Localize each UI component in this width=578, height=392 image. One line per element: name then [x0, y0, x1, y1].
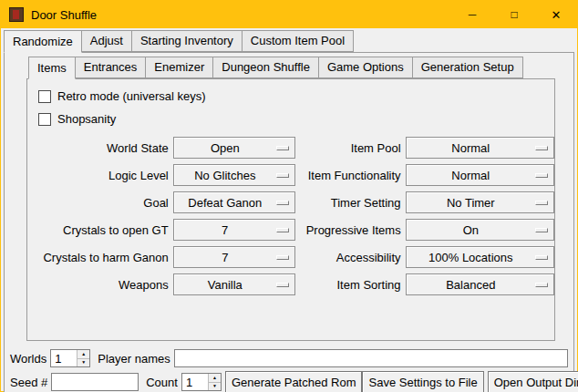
- item-sorting-dropdown[interactable]: Balanced: [406, 273, 554, 295]
- dropdown-indicator-icon: [535, 228, 548, 232]
- dropdown-indicator-icon: [535, 283, 548, 287]
- goal-label: Goal: [35, 196, 169, 210]
- spin-buttons: ▲ ▼: [208, 374, 221, 390]
- crystals-harm-ganon-label: Crystals to harm Ganon: [35, 251, 169, 264]
- player-names-input[interactable]: [174, 349, 568, 367]
- shopsanity-checkbox[interactable]: Shopsanity: [38, 108, 554, 130]
- worlds-spin-up-button[interactable]: ▲: [77, 350, 89, 359]
- item-pool-label: Item Pool: [306, 141, 401, 155]
- progressive-items-label: Progressive Items: [306, 223, 401, 237]
- settings-row: Goal Defeat Ganon Timer Setting No Timer: [35, 189, 554, 216]
- items-panel: Retro mode (universal keys) Shopsanity W…: [26, 78, 555, 341]
- settings-row: Logic Level No Glitches Item Functionali…: [35, 161, 554, 189]
- app-icon: [9, 7, 24, 22]
- worlds-input[interactable]: [51, 350, 77, 366]
- save-settings-button[interactable]: Save Settings to File: [362, 371, 483, 392]
- item-pool-dropdown[interactable]: Normal: [406, 137, 554, 159]
- accessibility-label: Accessibility: [306, 251, 401, 264]
- dropdown-indicator-icon: [276, 283, 289, 287]
- checkbox-icon[interactable]: [38, 113, 51, 126]
- maximize-button[interactable]: □: [493, 1, 535, 28]
- dropdown-indicator-icon: [535, 146, 548, 150]
- tab-entrances[interactable]: Entrances: [75, 57, 147, 78]
- count-label: Count: [146, 376, 178, 389]
- count-spin-up-button[interactable]: ▲: [209, 374, 221, 383]
- accessibility-dropdown[interactable]: 100% Locations: [406, 246, 554, 268]
- randomize-panel: Items Entrances Enemizer Dungeon Shuffle…: [4, 52, 574, 392]
- world-state-dropdown[interactable]: Open: [173, 137, 295, 159]
- close-button[interactable]: ✕: [535, 1, 577, 28]
- close-icon: ✕: [552, 8, 562, 22]
- spin-up-icon: ▲: [81, 352, 86, 356]
- dropdown-indicator-icon: [276, 146, 289, 150]
- seed-input[interactable]: [51, 373, 139, 391]
- main-tabbar: Randomize Adjust Starting Inventory Cust…: [4, 30, 577, 52]
- settings-grid: World State Open Item Pool Normal Logic …: [35, 134, 554, 298]
- settings-row: Weapons Vanilla Item Sorting Balanced: [35, 271, 554, 298]
- dropdown-indicator-icon: [276, 173, 289, 178]
- goal-dropdown[interactable]: Defeat Ganon: [173, 191, 295, 213]
- spin-down-icon: ▼: [212, 384, 217, 388]
- logic-level-label: Logic Level: [35, 169, 169, 182]
- worlds-row: Worlds ▲ ▼ Player names: [10, 347, 568, 369]
- checkbox-icon[interactable]: [38, 90, 51, 103]
- tab-game-options[interactable]: Game Options: [318, 57, 413, 78]
- weapons-dropdown[interactable]: Vanilla: [173, 273, 295, 295]
- dropdown-indicator-icon: [535, 255, 548, 260]
- randomize-sub-tabbar: Items Entrances Enemizer Dungeon Shuffle…: [28, 57, 573, 78]
- open-output-directory-button[interactable]: Open Output Directory: [488, 371, 578, 392]
- timer-setting-dropdown[interactable]: No Timer: [406, 191, 554, 213]
- dropdown-indicator-icon: [276, 201, 289, 205]
- crystals-open-gt-label: Crystals to open GT: [35, 223, 169, 237]
- window-title: Door Shuffle: [31, 8, 451, 22]
- count-input[interactable]: [182, 374, 208, 390]
- weapons-label: Weapons: [35, 278, 169, 292]
- generate-patched-rom-button[interactable]: Generate Patched Rom: [225, 371, 363, 392]
- item-functionality-label: Item Functionality: [306, 169, 401, 182]
- timer-setting-label: Timer Setting: [306, 196, 401, 210]
- dropdown-indicator-icon: [535, 173, 548, 178]
- tab-starting-inventory[interactable]: Starting Inventory: [131, 30, 243, 52]
- settings-row: Crystals to harm Ganon 7 Accessibility 1…: [35, 243, 554, 271]
- dropdown-indicator-icon: [276, 228, 289, 232]
- tab-randomize[interactable]: Randomize: [4, 30, 82, 53]
- settings-row: World State Open Item Pool Normal: [35, 134, 554, 161]
- count-spin-down-button[interactable]: ▼: [209, 383, 221, 391]
- progressive-items-dropdown[interactable]: On: [406, 219, 554, 241]
- worlds-spin-down-button[interactable]: ▼: [77, 359, 89, 367]
- app-window: Door Shuffle ─ □ ✕ Randomize Adjust Star…: [0, 0, 578, 392]
- tab-enemizer[interactable]: Enemizer: [145, 57, 213, 78]
- dropdown-indicator-icon: [276, 255, 289, 260]
- world-state-label: World State: [35, 141, 169, 155]
- tab-generation-setup[interactable]: Generation Setup: [412, 57, 523, 78]
- dropdown-indicator-icon: [535, 201, 548, 205]
- spin-buttons: ▲ ▼: [77, 350, 89, 366]
- settings-row: Crystals to open GT 7 Progressive Items …: [35, 216, 554, 243]
- shopsanity-label: Shopsanity: [57, 112, 116, 126]
- retro-mode-checkbox[interactable]: Retro mode (universal keys): [38, 85, 554, 108]
- spin-down-icon: ▼: [81, 360, 86, 365]
- worlds-spinbox[interactable]: ▲ ▼: [50, 349, 90, 367]
- tab-custom-item-pool[interactable]: Custom Item Pool: [242, 30, 354, 52]
- seed-label: Seed #: [10, 376, 47, 389]
- minimize-button[interactable]: ─: [451, 1, 493, 28]
- player-names-label: Player names: [98, 352, 170, 366]
- tab-dungeon-shuffle[interactable]: Dungeon Shuffle: [212, 57, 319, 78]
- tab-items[interactable]: Items: [28, 57, 76, 79]
- spin-up-icon: ▲: [212, 376, 217, 380]
- maximize-icon: □: [511, 8, 517, 21]
- minimize-icon: ─: [469, 8, 477, 21]
- titlebar: Door Shuffle ─ □ ✕: [1, 1, 577, 28]
- item-functionality-dropdown[interactable]: Normal: [406, 164, 554, 186]
- crystals-open-gt-dropdown[interactable]: 7: [173, 219, 295, 241]
- worlds-label: Worlds: [10, 352, 46, 366]
- seed-row: Seed # Count ▲ ▼ Generate Patched Rom Sa…: [10, 371, 568, 392]
- retro-mode-label: Retro mode (universal keys): [57, 89, 206, 103]
- logic-level-dropdown[interactable]: No Glitches: [173, 164, 295, 186]
- crystals-harm-ganon-dropdown[interactable]: 7: [173, 246, 295, 268]
- tab-adjust[interactable]: Adjust: [81, 30, 132, 52]
- count-spinbox[interactable]: ▲ ▼: [181, 373, 222, 391]
- item-sorting-label: Item Sorting: [306, 278, 401, 292]
